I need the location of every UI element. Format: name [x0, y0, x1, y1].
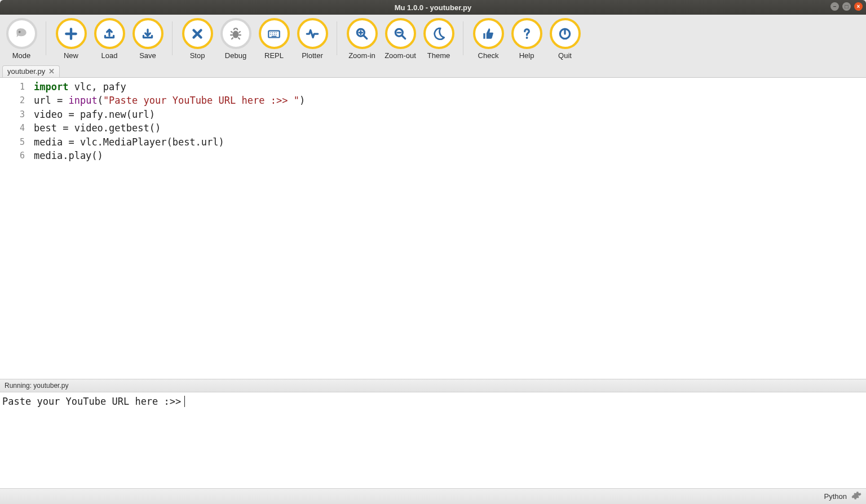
code-editor[interactable]: 123456 import vlc, pafyurl = input("Past…	[0, 78, 866, 379]
toolbar-group: Zoom-inZoom-outTheme	[343, 17, 463, 62]
console-output: Paste your YouTube URL here :>>	[2, 396, 181, 407]
tab-label: youtuber.py	[7, 67, 45, 76]
toolbar-label: REPL	[264, 51, 284, 60]
plotter-button[interactable]: Plotter	[293, 17, 332, 62]
line-number: 4	[0, 121, 25, 135]
window-title: Mu 1.0.0 - youtuber.py	[395, 3, 472, 12]
editor-tab[interactable]: youtuber.py ✕	[2, 65, 60, 77]
debug-button[interactable]: Debug	[216, 17, 255, 62]
close-tab-icon[interactable]: ✕	[48, 67, 55, 76]
code-area[interactable]: import vlc, pafyurl = input("Paste your …	[30, 78, 305, 379]
power-icon	[550, 18, 581, 49]
runner-header: Running: youtuber.py	[0, 379, 866, 392]
line-number: 3	[0, 108, 25, 121]
keyboard-icon	[259, 18, 290, 49]
thumbs-up-icon	[473, 18, 504, 49]
theme-button[interactable]: Theme	[419, 17, 458, 62]
title-bar: Mu 1.0.0 - youtuber.py – □ ×	[0, 0, 866, 15]
code-line[interactable]: best = video.getbest()	[34, 121, 305, 135]
check-button[interactable]: Check	[469, 17, 507, 62]
line-number: 6	[0, 149, 25, 162]
toolbar-label: Mode	[12, 51, 31, 60]
code-line[interactable]: import vlc, pafy	[34, 80, 305, 94]
line-number: 5	[0, 135, 25, 149]
output-console[interactable]: Paste your YouTube URL here :>>	[0, 392, 866, 488]
toolbar-label: Theme	[427, 51, 450, 60]
load-button[interactable]: Load	[90, 17, 129, 62]
new-button[interactable]: New	[52, 17, 90, 62]
console-cursor	[184, 396, 185, 407]
toolbar-label: Plotter	[302, 51, 323, 60]
toolbar-group: CheckHelpQuit	[469, 17, 590, 62]
x-icon	[182, 18, 213, 49]
window-controls: – □ ×	[830, 2, 863, 11]
status-bar: Python	[0, 488, 866, 504]
toolbar-label: Quit	[558, 51, 572, 60]
zoom-in-button[interactable]: Zoom-in	[343, 17, 381, 62]
mode-icon	[6, 18, 37, 49]
toolbar-label: Stop	[190, 51, 205, 60]
code-line[interactable]: url = input("Paste your YouTube URL here…	[34, 94, 305, 107]
help-button[interactable]: Help	[507, 17, 546, 62]
toolbar-label: New	[64, 51, 78, 60]
toolbar-label: Zoom-out	[385, 51, 416, 60]
tab-bar: youtuber.py ✕	[0, 63, 866, 78]
code-line[interactable]: video = pafy.new(url)	[34, 108, 305, 121]
repl-button[interactable]: REPL	[255, 17, 293, 62]
upload-icon	[94, 18, 125, 49]
toolbar: ModeNewLoadSaveStopDebugREPLPlotterZoom-…	[0, 15, 866, 63]
code-line[interactable]: media = vlc.MediaPlayer(best.url)	[34, 135, 305, 149]
line-number: 1	[0, 80, 25, 94]
toolbar-group: NewLoadSave	[52, 17, 173, 62]
line-number: 2	[0, 94, 25, 107]
toolbar-label: Check	[478, 51, 499, 60]
quit-button[interactable]: Quit	[546, 17, 584, 62]
toolbar-group: Mode	[2, 17, 46, 62]
pulse-icon	[297, 18, 328, 49]
zoom-out-icon	[385, 18, 416, 49]
toolbar-label: Save	[139, 51, 156, 60]
line-number-gutter: 123456	[0, 78, 30, 379]
toolbar-label: Debug	[225, 51, 246, 60]
close-button[interactable]: ×	[854, 2, 863, 11]
toolbar-label: Zoom-in	[348, 51, 375, 60]
download-icon	[132, 18, 164, 49]
bug-icon	[220, 18, 251, 49]
minimize-button[interactable]: –	[830, 2, 839, 11]
moon-icon	[423, 18, 454, 49]
plus-icon	[56, 18, 87, 49]
question-icon	[511, 18, 542, 49]
zoom-in-icon	[347, 18, 378, 49]
settings-icon[interactable]	[851, 490, 861, 502]
code-line[interactable]: media.play()	[34, 149, 305, 162]
mode-button[interactable]: Mode	[2, 17, 41, 62]
toolbar-label: Help	[519, 51, 534, 60]
zoom-out-button[interactable]: Zoom-out	[381, 17, 419, 62]
status-mode[interactable]: Python	[824, 492, 847, 501]
save-button[interactable]: Save	[129, 17, 167, 62]
toolbar-group: StopDebugREPLPlotter	[178, 17, 337, 62]
stop-button[interactable]: Stop	[178, 17, 216, 62]
toolbar-label: Load	[101, 51, 118, 60]
maximize-button[interactable]: □	[842, 2, 851, 11]
